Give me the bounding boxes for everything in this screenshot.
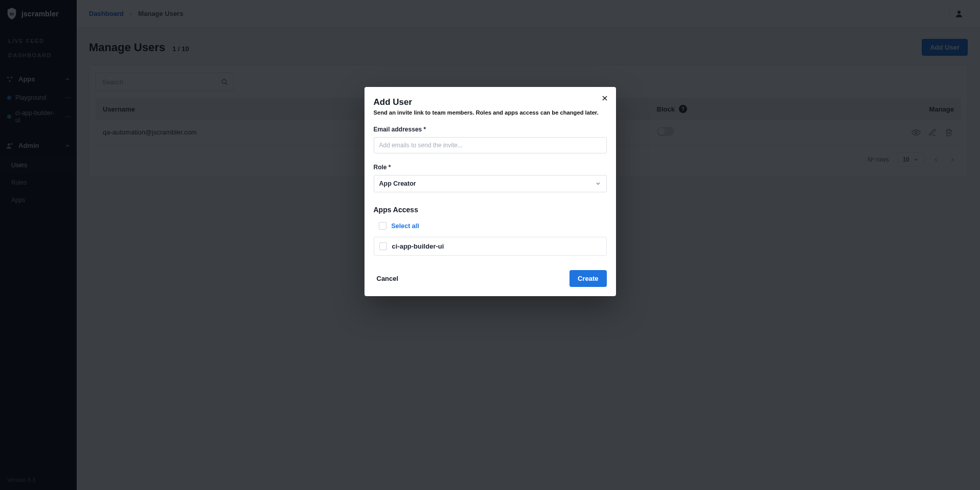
modal-actions: Cancel Create	[374, 270, 607, 287]
field-email: Email addresses *	[374, 126, 607, 153]
modal-overlay[interactable]: Add User Send an invite link to team mem…	[0, 0, 980, 490]
modal-subtitle: Send an invite link to team members. Rol…	[374, 109, 607, 116]
select-all-label[interactable]: Select all	[392, 222, 419, 230]
cancel-button[interactable]: Cancel	[374, 271, 402, 286]
role-label: Role *	[374, 164, 607, 171]
select-all-checkbox[interactable]	[379, 222, 386, 230]
close-icon	[601, 95, 608, 102]
apps-access-title: Apps Access	[374, 206, 607, 214]
select-all-row[interactable]: Select all	[374, 222, 607, 230]
add-user-modal: Add User Send an invite link to team mem…	[364, 87, 616, 296]
role-select-value: App Creator	[379, 180, 416, 187]
app-access-row[interactable]: ci-app-builder-ui	[374, 237, 607, 256]
app-name: ci-app-builder-ui	[392, 242, 444, 250]
app-checkbox[interactable]	[379, 242, 387, 250]
chevron-down-icon	[595, 181, 601, 187]
email-input[interactable]	[374, 137, 607, 153]
modal-close-button[interactable]	[599, 92, 611, 104]
modal-title: Add User	[374, 97, 607, 107]
role-select[interactable]: App Creator	[374, 175, 607, 192]
field-role: Role * App Creator	[374, 164, 607, 192]
create-button[interactable]: Create	[569, 270, 606, 287]
email-label: Email addresses *	[374, 126, 607, 133]
